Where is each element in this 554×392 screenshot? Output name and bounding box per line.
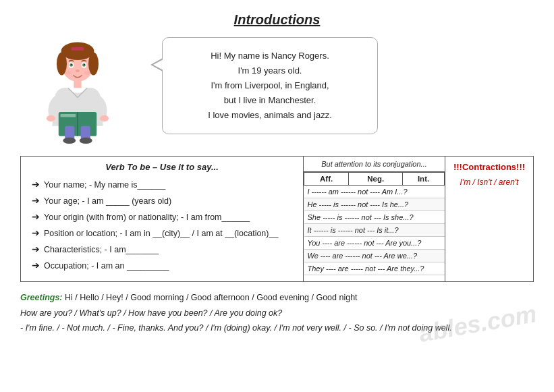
conj-row: I ------ am ------ not ---- Am I...? <box>304 186 445 198</box>
conj-row-5: We ---- are ------ not --- Are we...? <box>304 250 445 262</box>
verb-item-1-text: Your name; - My name is______ <box>44 180 165 190</box>
verb-item-6: ➔ Occupation; - I am an _________ <box>28 260 296 271</box>
svg-point-12 <box>65 71 71 75</box>
greetings-section: Greetings: Hi / Hello / Hey! / Good morn… <box>20 290 534 336</box>
conj-row-3: It ------ is ------ not --- Is it...? <box>304 224 445 237</box>
greetings-line1: Greetings: Hi / Hello / Hey! / Good morn… <box>20 290 534 306</box>
verb-item-2-text: Your age; - I am _____ (years old) <box>44 196 171 206</box>
svg-rect-14 <box>72 47 84 51</box>
col-aff: Aff. <box>304 173 349 186</box>
conj-row-0: I ------ am ------ not ---- Am I...? <box>304 186 445 198</box>
conj-row-6: They ---- are ----- not --- Are they...? <box>304 262 445 275</box>
verb-item-3-text: Your origin (with from) or nationality; … <box>44 213 250 222</box>
svg-point-7 <box>70 63 73 67</box>
conj-row: We ---- are ------ not --- Are we...? <box>304 250 445 262</box>
speech-line5: I love movies, animals and jazz. <box>176 108 364 123</box>
greetings-text1: Hi / Hello / Hey! / Good morning / Good … <box>63 293 358 302</box>
conj-table: Aff. Neg. Int. I ------ am ------ not --… <box>304 172 445 275</box>
speech-line1: Hi! My name is Nancy Rogers. <box>176 49 364 63</box>
verb-item-3: ➔ Your origin (with from) or nationality… <box>28 211 296 222</box>
conj-row: You ---- are ------ not --- Are you...? <box>304 237 445 250</box>
girl-image <box>20 37 135 145</box>
conj-row: They ---- are ----- not --- Are they...? <box>304 262 445 275</box>
conj-row: She ----- is ------ not --- Is she...? <box>304 211 445 224</box>
greetings-line3: - I'm fine. / - Not much. / - Fine, than… <box>20 320 534 336</box>
greetings-line2: How are you? / What's up? / How have you… <box>20 306 534 321</box>
greetings-label: Greetings: <box>20 293 63 302</box>
svg-point-11 <box>76 69 80 72</box>
verb-item-5-text: Characteristics; - I am_______ <box>44 245 159 254</box>
svg-point-17 <box>100 115 109 121</box>
conjugation-panel: But attention to its conjugation... Aff.… <box>304 157 445 281</box>
conj-header: But attention to its conjugation... <box>304 157 445 172</box>
contractions-title: !!!Contractions!!! <box>451 162 528 172</box>
verb-item-6-text: Occupation; - I am an _________ <box>44 261 169 271</box>
verb-item-4: ➔ Position or location; - I am in __(cit… <box>28 227 296 238</box>
col-neg: Neg. <box>349 173 403 186</box>
svg-point-8 <box>82 63 86 67</box>
main-table: Verb To be – Use it to say... ➔ Your nam… <box>20 156 534 282</box>
svg-point-10 <box>84 64 85 65</box>
arrow-icon-5: ➔ <box>32 244 40 254</box>
svg-point-16 <box>47 115 55 121</box>
svg-point-2 <box>61 43 94 60</box>
conj-row: It ------ is ------ not --- Is it...? <box>304 224 445 237</box>
conj-row-1: He ----- is ------ not ---- Is he...? <box>304 198 445 211</box>
speech-line2: I'm 19 years old. <box>176 63 364 78</box>
svg-point-23 <box>63 138 76 144</box>
speech-bubble: Hi! My name is Nancy Rogers. I'm 19 year… <box>162 37 378 134</box>
arrow-icon-6: ➔ <box>32 260 40 271</box>
speech-line4: but I live in Manchester. <box>176 93 364 108</box>
arrow-icon-4: ➔ <box>32 227 40 238</box>
contractions-text: I'm / Isn't / aren't <box>451 177 528 187</box>
intro-section: Hi! My name is Nancy Rogers. I'm 19 year… <box>20 37 534 145</box>
girl-svg <box>34 37 121 145</box>
contractions-panel: !!!Contractions!!! I'm / Isn't / aren't <box>445 157 533 281</box>
svg-rect-20 <box>61 114 76 117</box>
verb-panel-title: Verb To be – Use it to say... <box>28 162 296 172</box>
svg-rect-15 <box>74 80 81 88</box>
col-int: Int. <box>403 173 445 186</box>
svg-point-13 <box>84 71 90 75</box>
verb-item-2: ➔ Your age; - I am _____ (years old) <box>28 195 296 206</box>
arrow-icon-2: ➔ <box>32 195 40 206</box>
speech-line3: I'm from Liverpool, in England, <box>176 78 364 93</box>
svg-point-24 <box>80 138 92 144</box>
arrow-icon-1: ➔ <box>32 179 40 190</box>
arrow-icon-3: ➔ <box>32 211 40 222</box>
verb-panel: Verb To be – Use it to say... ➔ Your nam… <box>21 157 304 281</box>
verb-item-1: ➔ Your name; - My name is______ <box>28 179 296 190</box>
conj-row: He ----- is ------ not ---- Is he...? <box>304 198 445 211</box>
verb-item-4-text: Position or location; - I am in __(city)… <box>44 229 278 238</box>
page-title: Introductions <box>20 12 534 28</box>
conj-row-4: You ---- are ------ not --- Are you...? <box>304 237 445 250</box>
svg-point-9 <box>72 64 73 65</box>
conj-row-2: She ----- is ------ not --- Is she...? <box>304 211 445 224</box>
verb-item-5: ➔ Characteristics; - I am_______ <box>28 244 296 254</box>
